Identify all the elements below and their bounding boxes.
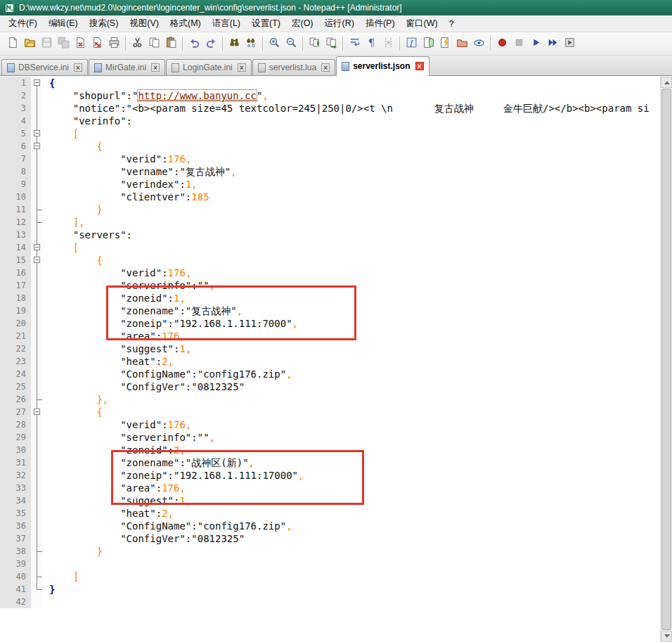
code-line[interactable]: 36 "ConfigName":"config176.zip", <box>0 520 660 532</box>
file-browser-button[interactable] <box>437 36 453 51</box>
code-lines[interactable]: 1{2 "shopurl":"http://www.banyun.cc",3 "… <box>0 77 660 642</box>
menu-item-m[interactable]: 格式(M) <box>164 15 207 32</box>
tab-close-button[interactable]: × <box>321 63 330 72</box>
code-line[interactable]: 34 "suggest":1, <box>0 494 660 507</box>
url-link[interactable]: http://www.banyun.cc <box>138 90 257 101</box>
code-line[interactable]: 19 "zonename":"复古战神", <box>0 304 660 317</box>
sync-horizontal-button[interactable] <box>323 36 339 51</box>
tab-serverlist-json[interactable]: serverlist.json× <box>336 56 429 76</box>
save-button[interactable] <box>39 36 54 51</box>
copy-button[interactable] <box>146 36 162 51</box>
code-line[interactable]: 38 } <box>0 545 660 558</box>
replace-button[interactable]: ab <box>243 36 259 51</box>
code-line[interactable]: 8 "vername":"复古战神", <box>0 165 660 178</box>
macro-record-button[interactable] <box>494 36 510 51</box>
monitoring-button[interactable] <box>471 36 486 51</box>
menu-item-r[interactable]: 运行(R) <box>319 15 360 32</box>
print-button[interactable] <box>106 36 122 51</box>
code-line[interactable]: 18 "zoneid":1, <box>0 292 660 304</box>
tab-close-button[interactable]: × <box>415 62 424 70</box>
save-all-button[interactable] <box>56 36 71 51</box>
vertical-scrollbar[interactable] <box>660 77 672 642</box>
zoom-in-button[interactable] <box>266 36 282 51</box>
code-line[interactable]: 40 ] <box>0 570 660 583</box>
fold-marker[interactable] <box>31 77 44 89</box>
scroll-up-arrow[interactable] <box>661 77 672 88</box>
code-line[interactable]: 30 "zoneid":2, <box>0 444 660 456</box>
macro-stop-button[interactable] <box>511 36 526 51</box>
code-line[interactable]: 13 "servers": <box>0 229 660 241</box>
code-line[interactable]: 21 "area":176, <box>0 330 660 342</box>
macro-save-button[interactable] <box>545 36 560 51</box>
code-line[interactable]: 42 <box>0 596 660 608</box>
code-line[interactable]: 39 <box>0 558 660 570</box>
fold-marker[interactable] <box>31 241 44 254</box>
code-line[interactable]: 26 }, <box>0 393 660 406</box>
menu-item-p[interactable]: 插件(P) <box>360 15 401 32</box>
indent-guide-button[interactable] <box>380 36 396 51</box>
editor-area[interactable]: 1{2 "shopurl":"http://www.banyun.cc",3 "… <box>0 77 672 642</box>
close-all-button[interactable] <box>89 36 105 51</box>
code-line[interactable]: 20 "zoneip":"192.168.1.111:7000", <box>0 317 660 330</box>
fold-marker[interactable] <box>31 140 44 153</box>
code-line[interactable]: 37 "ConfigVer":"0812325" <box>0 532 660 545</box>
find-button[interactable] <box>226 36 242 51</box>
tab-logingate-ini[interactable]: LoginGate.ini× <box>166 59 252 75</box>
menu-item-f[interactable]: 文件(F) <box>3 15 43 32</box>
code-line[interactable]: 5 [ <box>0 127 660 140</box>
code-line[interactable]: 25 "ConfigVer":"0812325" <box>0 380 660 393</box>
code-line[interactable]: 33 "area":176, <box>0 482 660 494</box>
tab-mirgate-ini[interactable]: MirGate.ini× <box>89 59 165 75</box>
macro-play-button[interactable] <box>528 36 543 51</box>
code-line[interactable]: 10 "clientver":185 <box>0 191 660 203</box>
code-line[interactable]: 35 "heat":2, <box>0 507 660 520</box>
tab-dbservice-ini[interactable]: DBService.ini× <box>1 59 88 75</box>
tab-serverlist-lua[interactable]: serverlist.lua× <box>252 59 335 75</box>
document-map-button[interactable] <box>420 36 436 51</box>
tab-close-button[interactable]: × <box>151 63 160 72</box>
cut-button[interactable] <box>129 36 145 51</box>
tab-close-button[interactable]: × <box>238 63 246 72</box>
code-line[interactable]: 24 "ConfigName":"config176.zip", <box>0 368 660 380</box>
code-line[interactable]: 11 } <box>0 203 660 216</box>
menu-item-o[interactable]: 宏(O) <box>286 15 319 32</box>
code-line[interactable]: 22 "suggest":1, <box>0 342 660 355</box>
code-line[interactable]: 2 "shopurl":"http://www.banyun.cc", <box>0 89 660 102</box>
menu-item-w[interactable]: 窗口(W) <box>401 15 444 32</box>
code-line[interactable]: 4 "verinfo": <box>0 115 660 127</box>
sync-vertical-button[interactable] <box>306 36 322 51</box>
close-file-button[interactable] <box>72 36 88 51</box>
macro-run-button[interactable] <box>562 36 577 51</box>
menu-item-t[interactable]: 设置(T) <box>246 15 286 32</box>
show-all-chars-button[interactable]: ¶ <box>363 36 379 51</box>
undo-button[interactable] <box>186 36 202 51</box>
code-line[interactable]: 6 { <box>0 140 660 153</box>
code-line[interactable]: 14 [ <box>0 241 660 254</box>
function-list-button[interactable]: ƒ <box>403 36 419 51</box>
menu-item-l[interactable]: 语言(L) <box>207 15 246 32</box>
code-line[interactable]: 32 "zoneip":"192.168.1.111:17000", <box>0 469 660 482</box>
code-line[interactable]: 7 "verid":176, <box>0 153 660 165</box>
fold-marker[interactable] <box>31 406 44 418</box>
code-line[interactable]: 1{ <box>0 77 660 89</box>
new-file-button[interactable] <box>5 36 20 51</box>
code-line[interactable]: 41} <box>0 583 660 596</box>
code-line[interactable]: 3 "notice":"<b><param size=45 textcolor=… <box>0 102 660 115</box>
code-line[interactable]: 17 "serverinfo":"", <box>0 279 660 292</box>
code-line[interactable]: 16 "verid":176, <box>0 267 660 279</box>
paste-button[interactable] <box>163 36 179 51</box>
open-file-button[interactable] <box>22 36 37 51</box>
menu-item-?[interactable]: ? <box>444 17 460 31</box>
code-line[interactable]: 9 "verindex":1, <box>0 178 660 191</box>
code-line[interactable]: 29 "serverinfo":"", <box>0 431 660 444</box>
tab-close-button[interactable]: × <box>74 63 82 72</box>
code-line[interactable]: 15 { <box>0 254 660 267</box>
zoom-out-button[interactable] <box>283 36 299 51</box>
code-line[interactable]: 28 "verid":176, <box>0 418 660 431</box>
word-wrap-button[interactable] <box>347 36 362 51</box>
menu-item-e[interactable]: 编辑(E) <box>43 15 84 32</box>
code-line[interactable]: 31 "zonename":"战神区(新)", <box>0 456 660 469</box>
menu-item-s[interactable]: 搜索(S) <box>84 15 124 32</box>
code-line[interactable]: 27 { <box>0 406 660 418</box>
scroll-down-arrow[interactable] <box>661 631 672 642</box>
